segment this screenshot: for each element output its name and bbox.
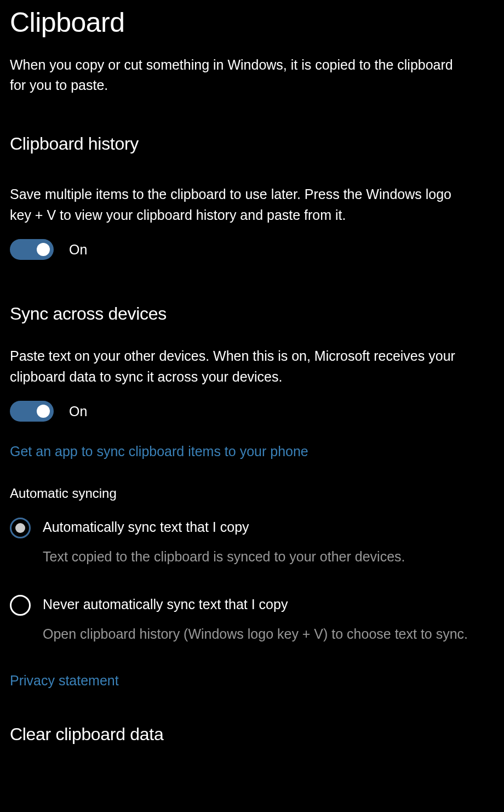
- radio-never-sync[interactable]: [10, 595, 31, 616]
- clipboard-history-heading: Clipboard history: [10, 134, 494, 154]
- radio-auto-sync-desc: Text copied to the clipboard is synced t…: [43, 547, 494, 566]
- page-intro: When you copy or cut something in Window…: [10, 55, 470, 95]
- clipboard-history-desc: Save multiple items to the clipboard to …: [10, 184, 470, 225]
- radio-never-sync-desc: Open clipboard history (Windows logo key…: [43, 624, 494, 644]
- sync-devices-toggle[interactable]: [10, 401, 54, 422]
- automatic-syncing-heading: Automatic syncing: [10, 486, 494, 501]
- toggle-knob-icon: [37, 405, 50, 418]
- sync-app-link[interactable]: Get an app to sync clipboard items to yo…: [10, 444, 308, 459]
- clear-clipboard-heading: Clear clipboard data: [10, 724, 494, 745]
- privacy-statement-link[interactable]: Privacy statement: [10, 673, 119, 689]
- clipboard-history-toggle[interactable]: [10, 239, 54, 260]
- sync-devices-heading: Sync across devices: [10, 304, 494, 324]
- radio-never-sync-label: Never automatically sync text that I cop…: [43, 595, 494, 614]
- sync-devices-desc: Paste text on your other devices. When t…: [10, 346, 470, 387]
- clipboard-history-toggle-label: On: [69, 242, 87, 258]
- page-title: Clipboard: [10, 7, 494, 38]
- radio-auto-sync[interactable]: [10, 518, 31, 538]
- radio-auto-sync-label: Automatically sync text that I copy: [43, 518, 494, 537]
- toggle-knob-icon: [37, 243, 50, 256]
- sync-devices-toggle-label: On: [69, 404, 87, 419]
